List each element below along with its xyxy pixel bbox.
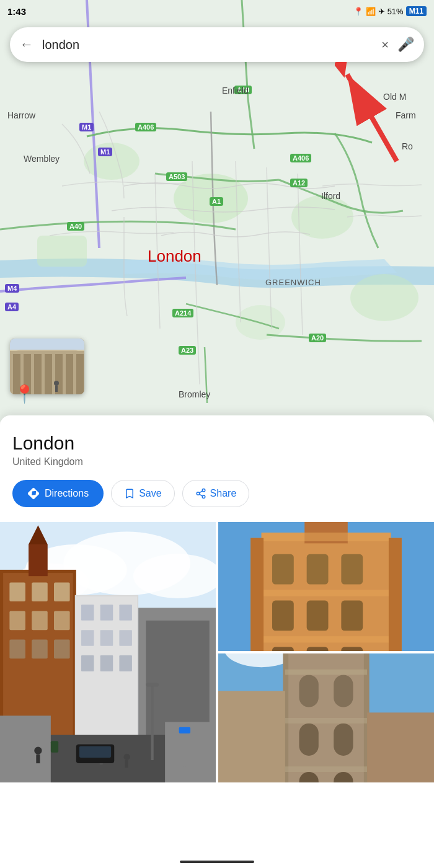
directions-icon (27, 487, 40, 500)
search-bar[interactable]: ← london × 🎤 (10, 27, 424, 62)
place-name: London (12, 433, 422, 454)
location-pin: 📍 (14, 384, 35, 404)
location-icon: 📍 (353, 7, 363, 16)
svg-rect-97 (262, 636, 391, 642)
map-label-farm: Farm (396, 110, 416, 120)
svg-rect-17 (10, 339, 84, 350)
svg-rect-59 (100, 655, 113, 671)
bottom-sheet: London United Kingdom Directions Save (0, 415, 434, 868)
status-time: 1:43 (7, 6, 26, 17)
svg-rect-84 (307, 554, 329, 585)
map-label-wembley: Wembley (24, 154, 60, 164)
svg-rect-53 (100, 604, 113, 621)
road-label-a12: A12 (290, 179, 308, 187)
svg-rect-57 (119, 630, 131, 646)
svg-rect-52 (81, 604, 94, 621)
map-label-london: London (148, 247, 202, 266)
svg-point-3 (291, 195, 353, 239)
svg-rect-42 (9, 611, 25, 630)
road-label-a23: A23 (179, 346, 196, 355)
svg-rect-77 (51, 741, 58, 752)
map-label-harrow: Harrow (7, 110, 35, 120)
svg-rect-65 (0, 715, 51, 782)
svg-rect-44 (54, 611, 70, 630)
road-label-m4: M4 (5, 284, 19, 293)
svg-rect-114 (285, 718, 367, 724)
svg-rect-79 (179, 727, 190, 733)
mic-button[interactable]: 🎤 (397, 37, 414, 53)
svg-rect-41 (54, 582, 70, 601)
svg-rect-74 (146, 683, 158, 686)
directions-button[interactable]: Directions (12, 480, 104, 507)
photo-right-london-gothic[interactable] (218, 653, 434, 782)
svg-rect-45 (9, 640, 25, 659)
svg-rect-113 (285, 670, 367, 675)
back-button[interactable]: ← (20, 37, 33, 53)
svg-rect-39 (9, 582, 25, 601)
wifi-icon: 📶 (366, 7, 376, 16)
search-input[interactable]: london (42, 38, 381, 52)
svg-rect-115 (285, 766, 367, 772)
clear-button[interactable]: × (381, 38, 389, 52)
share-button[interactable]: Share (182, 480, 250, 507)
photos-grid[interactable] (0, 522, 434, 782)
map-view[interactable]: A1(M) M25 M1 M1 A406 A10 A503 A406 A12 A… (0, 0, 434, 422)
svg-point-67 (34, 747, 42, 755)
svg-rect-78 (184, 728, 186, 766)
road-label-a1: A1 (210, 197, 223, 206)
svg-rect-4 (37, 236, 87, 267)
map-label-bromley: Bromley (179, 389, 210, 399)
svg-rect-88 (341, 601, 363, 631)
map-label-greenwich: GREENWICH (265, 278, 321, 287)
place-subtitle: United Kingdom (12, 456, 422, 467)
save-button[interactable]: Save (111, 480, 174, 507)
share-icon (195, 488, 206, 499)
svg-rect-95 (262, 533, 391, 541)
svg-rect-86 (272, 601, 294, 631)
svg-rect-55 (81, 630, 94, 646)
svg-point-25 (202, 489, 205, 492)
svg-rect-117 (367, 712, 434, 782)
svg-rect-12 (45, 354, 52, 394)
battery-icon: 51% (388, 7, 404, 16)
svg-rect-73 (151, 684, 154, 760)
photo-right-london-tower[interactable] (218, 522, 434, 651)
svg-rect-91 (341, 647, 363, 651)
svg-rect-89 (272, 647, 294, 651)
svg-rect-68 (36, 755, 40, 763)
map-label-ilford: Ilford (321, 191, 340, 201)
svg-rect-99 (389, 538, 402, 651)
save-icon (124, 488, 135, 499)
status-icons: 📍 📶 ✈ 51% M11 (353, 6, 427, 16)
svg-rect-40 (32, 582, 48, 601)
photo-left-london-street[interactable] (0, 522, 216, 782)
svg-point-18 (54, 381, 59, 386)
svg-rect-14 (66, 354, 73, 394)
map-label-old-m: Old M (383, 92, 406, 102)
road-label-m1-inner: M1 (98, 148, 112, 156)
svg-rect-72 (125, 760, 128, 768)
road-label-a20: A20 (309, 334, 326, 342)
status-bar: 1:43 📍 📶 ✈ 51% M11 (0, 0, 434, 22)
airplane-icon: ✈ (378, 7, 385, 16)
svg-point-26 (197, 492, 200, 495)
road-label-a406-west: A406 (135, 123, 156, 131)
road-label-a503: A503 (166, 172, 187, 181)
road-label-a406-east: A406 (290, 154, 311, 162)
svg-rect-96 (262, 590, 391, 596)
svg-rect-116 (218, 691, 285, 783)
road-label-a40: A40 (67, 222, 84, 231)
svg-rect-108 (334, 675, 353, 707)
svg-rect-46 (32, 640, 48, 659)
svg-rect-58 (81, 655, 94, 671)
svg-point-71 (124, 754, 130, 760)
svg-rect-109 (299, 724, 319, 756)
svg-rect-19 (55, 386, 58, 392)
svg-point-5 (350, 274, 418, 321)
road-label-m1-left: M1 (79, 123, 94, 131)
svg-rect-90 (307, 647, 329, 651)
svg-line-28 (199, 494, 202, 496)
svg-rect-107 (299, 675, 319, 707)
home-bar (180, 861, 254, 863)
svg-rect-43 (32, 611, 48, 630)
